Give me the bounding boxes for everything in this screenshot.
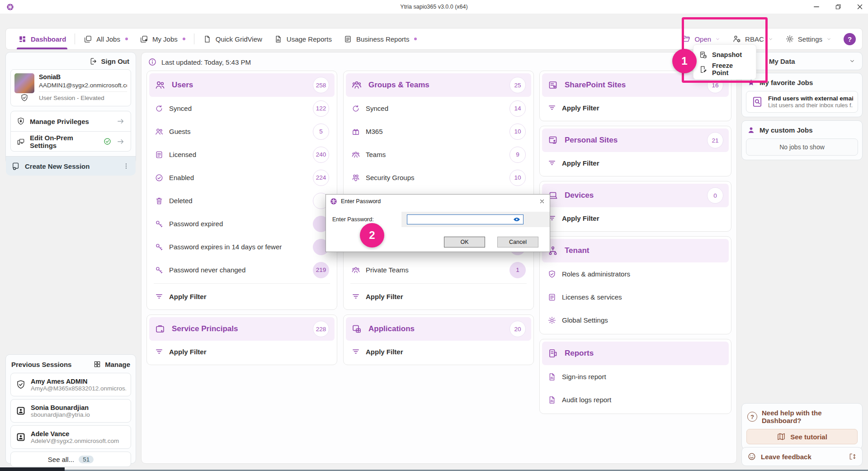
no-jobs-message: No jobs to show <box>746 138 858 156</box>
groups-row-private-teams[interactable]: Private Teams 1 <box>346 258 531 281</box>
session-item[interactable]: Sonia Bounardjian sbounardjian@ytria.io <box>10 399 131 423</box>
groups-row-m365[interactable]: M365 10 <box>346 120 531 143</box>
cancel-button[interactable]: Cancel <box>497 237 538 247</box>
users-row-password-expires-14[interactable]: Password expires in 14 days or fewer <box>149 235 335 258</box>
password-input[interactable] <box>407 214 524 224</box>
tenant-title: Tenant <box>565 246 723 255</box>
reports-card: Reports Sign-ins report Audit logs repor… <box>539 339 731 414</box>
service-principals-apply-filter[interactable]: Apply Filter <box>149 341 335 362</box>
count-badge: 219 <box>313 262 329 278</box>
password-label: Enter Password: <box>326 216 401 223</box>
dialog-title: Enter Password <box>341 198 535 205</box>
tenant-row-licenses[interactable]: Licenses & services <box>542 285 729 309</box>
tab-usage-reports[interactable]: Usage Reports <box>268 29 338 49</box>
users-apply-filter[interactable]: Apply Filter <box>149 285 335 307</box>
nav-separator <box>75 33 75 44</box>
tab-quick-gridview[interactable]: Quick GridView <box>197 29 268 49</box>
devices-card: Devices 0 Apply Filter <box>539 181 731 232</box>
see-tutorial-button[interactable]: See tutorial <box>746 429 858 444</box>
session-item[interactable]: Adele Vance AdeleV@sygx2.onmicrosoft.com <box>10 425 131 449</box>
users-row-licensed[interactable]: Licensed 240 <box>149 143 335 166</box>
users-row-password-expired[interactable]: Password expired <box>149 212 335 235</box>
applications-header[interactable]: Applications 20 <box>346 317 531 341</box>
restore-button[interactable] <box>834 2 843 11</box>
users-card-header[interactable]: Users 258 <box>149 73 335 97</box>
session-item[interactable]: Amy Ames ADMIN AmyA@M365x85832012.onmicr… <box>10 373 131 396</box>
ok-button[interactable]: OK <box>444 237 485 247</box>
count-badge: 240 <box>313 147 329 163</box>
tenant-card: Tenant Roles & administrators Licenses &… <box>539 236 731 334</box>
groups-teams-header[interactable]: Groups & Teams 25 <box>346 73 531 97</box>
smiley-icon <box>747 452 756 461</box>
groups-row-synced[interactable]: Synced 14 <box>346 97 531 120</box>
tab-business-reports[interactable]: Business Reports <box>338 29 423 49</box>
check-circle-icon <box>155 173 164 182</box>
session-type: User Session - Elevated <box>39 92 127 101</box>
service-principals-title: Service Principals <box>172 324 307 333</box>
groups-row-teams[interactable]: Teams 9 <box>346 143 531 166</box>
users-row-password-never-changed[interactable]: Password never changed 219 <box>149 258 335 281</box>
favorite-job-item[interactable]: Find users with external email ... List … <box>746 91 858 113</box>
session-email: sbounardjian@ytria.io <box>31 411 126 418</box>
avatar <box>14 73 34 93</box>
applications-apply-filter[interactable]: Apply Filter <box>346 341 531 362</box>
service-principals-header[interactable]: Service Principals 228 <box>149 317 335 341</box>
devices-apply-filter[interactable]: Apply Filter <box>542 207 729 229</box>
sharepoint-apply-filter[interactable]: Apply Filter <box>542 97 729 119</box>
tab-all-jobs[interactable]: All Jobs <box>78 29 134 49</box>
users-row-synced[interactable]: Synced 122 <box>149 97 335 120</box>
leave-feedback-card[interactable]: Leave feedback <box>741 447 863 466</box>
tab-label: My Jobs <box>152 35 178 43</box>
annotation-step-1: 1 <box>672 49 697 73</box>
users-row-enabled[interactable]: Enabled 224 <box>149 166 335 189</box>
m365-icon <box>351 127 360 136</box>
help-question: Need help with the Dashboard? <box>762 409 857 424</box>
session-email: AmyA@M365x85832012.onmicros... <box>31 385 126 392</box>
manage-privileges-button[interactable]: Manage Privileges <box>11 111 131 131</box>
reports-icon <box>547 348 558 359</box>
tab-my-jobs[interactable]: My Jobs <box>134 29 191 49</box>
chevron-down-icon[interactable] <box>849 57 856 65</box>
close-button[interactable] <box>855 2 864 11</box>
reports-header[interactable]: Reports <box>542 342 729 365</box>
minimize-button[interactable] <box>812 2 821 11</box>
users-row-deleted[interactable]: Deleted <box>149 189 335 212</box>
dialog-close-icon[interactable] <box>538 198 546 205</box>
groups-row-security-groups[interactable]: Security Groups 10 <box>346 166 531 189</box>
tab-dashboard[interactable]: Dashboard <box>12 29 72 49</box>
reports-row-signins[interactable]: Sign-ins report <box>542 365 729 388</box>
tenant-row-roles[interactable]: Roles & administrators <box>542 262 729 285</box>
doc-chart-icon <box>547 395 557 404</box>
personal-sites-card: Personal Sites 21 Apply Filter <box>539 126 731 176</box>
devices-count-badge: 0 <box>707 187 723 204</box>
personal-sites-header[interactable]: Personal Sites 21 <box>542 128 729 152</box>
kebab-menu-icon[interactable] <box>122 162 130 170</box>
gear-icon <box>785 34 794 43</box>
manage-label: Manage <box>105 361 130 368</box>
edit-onprem-button[interactable]: Edit On-Prem Settings <box>11 131 131 151</box>
tenant-row-global-settings[interactable]: Global Settings <box>542 309 729 332</box>
previous-sessions-title: Previous Sessions <box>11 361 71 368</box>
users-count-badge: 258 <box>313 77 329 93</box>
dialog-title-bar: Enter Password <box>326 195 550 208</box>
help-button[interactable]: ? <box>844 33 856 45</box>
groups-teams-icon <box>351 80 362 90</box>
person-icon <box>747 126 755 134</box>
sign-out-button[interactable]: Sign Out <box>6 52 136 68</box>
settings-dropdown[interactable]: Settings <box>785 34 832 43</box>
groups-apply-filter[interactable]: Apply Filter <box>346 285 531 307</box>
devices-header[interactable]: Devices 0 <box>542 184 729 207</box>
create-new-session-button[interactable]: Create New Session <box>6 156 136 176</box>
session-name: Adele Vance <box>31 430 126 438</box>
reports-row-audit-logs[interactable]: Audit logs report <box>542 388 729 411</box>
expand-icon[interactable] <box>849 452 857 461</box>
see-all-button[interactable]: See all... 51 <box>10 452 131 467</box>
gear-icon <box>547 316 557 325</box>
eye-icon[interactable] <box>513 215 521 224</box>
sharepoint-icon <box>547 80 558 90</box>
personal-sites-title: Personal Sites <box>565 136 701 145</box>
tenant-header[interactable]: Tenant <box>542 239 729 262</box>
users-row-guests[interactable]: Guests 5 <box>149 120 335 143</box>
manage-sessions-button[interactable]: Manage <box>93 360 130 368</box>
personal-sites-apply-filter[interactable]: Apply Filter <box>542 152 729 174</box>
